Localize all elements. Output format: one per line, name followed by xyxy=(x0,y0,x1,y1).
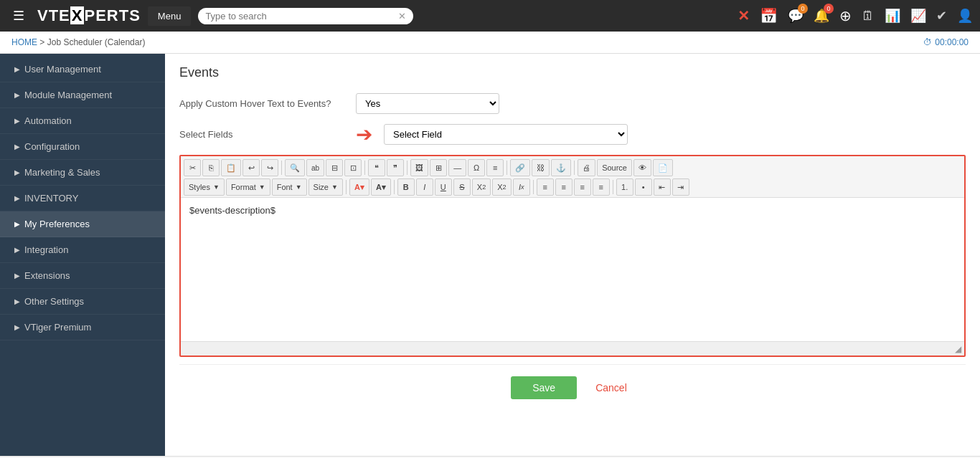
menu-button[interactable]: Menu xyxy=(148,6,192,26)
bell-icon[interactable]: 🔔 0 xyxy=(814,8,829,24)
paste-text-button[interactable]: ⊡ xyxy=(344,159,362,176)
align-center-button[interactable]: ≡ xyxy=(555,178,573,196)
select-field-dropdown[interactable]: Select Field xyxy=(384,124,628,145)
chat-icon[interactable]: 💬 0 xyxy=(788,8,804,24)
italic-button[interactable]: I xyxy=(416,178,433,196)
remove-format-button[interactable]: Ix xyxy=(513,178,530,196)
source-button[interactable]: Source xyxy=(597,159,632,176)
preview-button[interactable]: 👁 xyxy=(633,159,651,176)
sidebar-item-automation[interactable]: ▶ Automation xyxy=(0,108,165,134)
line-chart-icon[interactable]: 📈 xyxy=(910,8,926,24)
search-clear-icon[interactable]: ✕ xyxy=(398,11,406,22)
search-input[interactable] xyxy=(205,11,394,22)
ordered-list-button[interactable]: 1. xyxy=(616,178,633,196)
toolbar-row-2: Styles ▼ Format ▼ Font ▼ Size ▼ xyxy=(184,178,961,196)
format-dropdown[interactable]: Format ▼ xyxy=(226,178,270,196)
increase-indent-button[interactable]: ⇥ xyxy=(672,178,689,196)
table-button[interactable]: ⊞ xyxy=(430,159,447,176)
timer-icon: ⏱ xyxy=(923,37,932,47)
font-label: Font xyxy=(277,183,293,191)
decrease-indent-button[interactable]: ⇤ xyxy=(654,178,671,196)
blockquote-button[interactable]: ❝ xyxy=(368,159,385,176)
editor-content: $events-description$ xyxy=(189,205,275,216)
toc-button[interactable]: ≡ xyxy=(486,159,504,176)
plus-icon[interactable]: ⊕ xyxy=(839,7,852,24)
bell-badge: 0 xyxy=(824,4,834,14)
arrow-icon: ▶ xyxy=(14,65,20,73)
size-dropdown[interactable]: Size ▼ xyxy=(308,178,343,196)
apply-hover-select[interactable]: Yes No xyxy=(356,93,499,114)
sidebar-label: Configuration xyxy=(24,141,80,152)
breadcrumb-current: Job Scheduler (Calendar) xyxy=(47,37,146,47)
link-button[interactable]: 🔗 xyxy=(510,159,530,176)
unordered-list-button[interactable]: • xyxy=(635,178,652,196)
calendar-icon[interactable]: 📅 xyxy=(760,7,778,24)
char-button[interactable]: Ω xyxy=(468,159,485,176)
styles-label: Styles xyxy=(189,183,210,191)
anchor-button[interactable]: ⚓ xyxy=(551,159,571,176)
arrow-icon: ▶ xyxy=(14,91,20,99)
select-all-button[interactable]: ⊟ xyxy=(326,159,343,176)
unlink-button[interactable]: ⛓ xyxy=(532,159,550,176)
editor-body[interactable]: $events-description$ xyxy=(181,198,964,341)
blockquote2-button[interactable]: ❞ xyxy=(387,159,404,176)
apply-hover-row: Apply Custom Hover Text to Events? Yes N… xyxy=(179,93,966,114)
find-button[interactable]: 🔍 xyxy=(285,159,305,176)
sidebar-item-user-management[interactable]: ▶ User Management xyxy=(0,57,165,82)
sidebar-label: VTiger Premium xyxy=(24,322,91,333)
font-color-button[interactable]: A▾ xyxy=(349,178,369,196)
vtiger-icon[interactable]: ✕ xyxy=(738,7,750,24)
sidebar-label: User Management xyxy=(24,64,101,75)
strikethrough-button[interactable]: S xyxy=(453,178,471,196)
sidebar-item-other-settings[interactable]: ▶ Other Settings xyxy=(0,289,165,315)
undo-button[interactable]: ↩ xyxy=(242,159,260,176)
sidebar-item-module-management[interactable]: ▶ Module Management xyxy=(0,82,165,108)
format-label: Format xyxy=(231,183,256,191)
cut-button[interactable]: ✂ xyxy=(184,159,201,176)
copy-button[interactable]: ⎘ xyxy=(202,159,220,176)
top-nav-right: ✕ 📅 💬 0 🔔 0 ⊕ 🗓 📊 📈 ✔ 👤 xyxy=(738,7,973,24)
font-dropdown[interactable]: Font ▼ xyxy=(272,178,307,196)
redo-button[interactable]: ↪ xyxy=(261,159,278,176)
hr-button[interactable]: — xyxy=(448,159,466,176)
print-button[interactable]: 🖨 xyxy=(578,159,595,176)
paste-button[interactable]: 📋 xyxy=(221,159,241,176)
sidebar-item-extensions[interactable]: ▶ Extensions xyxy=(0,263,165,289)
sidebar-item-configuration[interactable]: ▶ Configuration xyxy=(0,134,165,160)
calendar2-icon[interactable]: 🗓 xyxy=(862,9,875,24)
underline-button[interactable]: U xyxy=(435,178,452,196)
image-button[interactable]: 🖼 xyxy=(410,159,428,176)
sidebar-item-marketing-sales[interactable]: ▶ Marketing & Sales xyxy=(0,160,165,186)
sidebar-label: Extensions xyxy=(24,270,70,281)
justify-button[interactable]: ≡ xyxy=(593,178,610,196)
breadcrumb-home[interactable]: HOME xyxy=(11,37,37,47)
app-logo: VTEXPERTS xyxy=(37,6,141,25)
sidebar-item-inventory[interactable]: ▶ INVENTORY xyxy=(0,186,165,211)
hamburger-menu[interactable]: ☰ xyxy=(7,5,30,27)
bar-chart-icon[interactable]: 📊 xyxy=(885,8,900,24)
align-right-button[interactable]: ≡ xyxy=(574,178,591,196)
user-icon[interactable]: 👤 xyxy=(957,8,973,24)
sidebar-item-integration[interactable]: ▶ Integration xyxy=(0,237,165,263)
logo-x: X xyxy=(70,6,85,24)
sidebar-item-my-preferences[interactable]: ▶ My Preferences xyxy=(0,211,165,237)
resize-handle[interactable]: ◢ xyxy=(955,344,961,354)
superscript-button[interactable]: X2 xyxy=(492,178,511,196)
sidebar-label: Marketing & Sales xyxy=(24,167,100,178)
styles-caret: ▼ xyxy=(213,183,220,191)
format-caret: ▼ xyxy=(259,183,265,191)
bold-button[interactable]: B xyxy=(397,178,415,196)
styles-dropdown[interactable]: Styles ▼ xyxy=(184,178,225,196)
checklist-icon[interactable]: ✔ xyxy=(936,8,947,24)
subscript-button[interactable]: X2 xyxy=(472,178,491,196)
toolbar-row-1: ✂ ⎘ 📋 ↩ ↪ 🔍 ab ⊟ ⊡ ❝ ❞ 🖼 ⊞ — xyxy=(184,159,961,176)
bg-color-button[interactable]: A▾ xyxy=(371,178,391,196)
sidebar-item-vtiger-premium[interactable]: ▶ VTiger Premium xyxy=(0,315,165,340)
align-left-button[interactable]: ≡ xyxy=(537,178,554,196)
cancel-button[interactable]: Cancel xyxy=(588,376,634,399)
arrow-icon: ▶ xyxy=(14,220,20,228)
templates-button[interactable]: 📄 xyxy=(653,159,673,176)
replace-button[interactable]: ab xyxy=(306,159,324,176)
sep4 xyxy=(507,161,507,175)
save-button[interactable]: Save xyxy=(511,376,577,399)
